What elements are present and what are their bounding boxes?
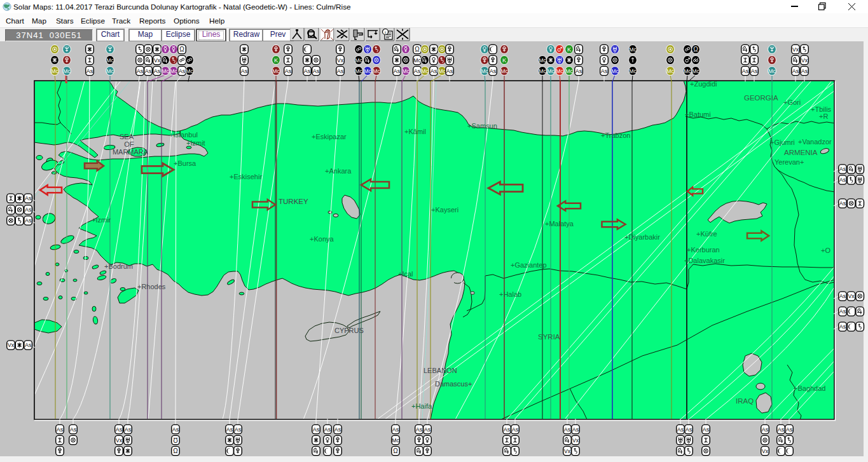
svg-text:K: K: [502, 57, 507, 64]
svg-text:As: As: [313, 68, 320, 74]
svg-text:IRAQ: IRAQ: [736, 397, 754, 405]
svg-text:+Ical: +Ical: [398, 270, 413, 278]
svg-text:CYPRUS: CYPRUS: [334, 327, 364, 334]
svg-text:As: As: [424, 426, 431, 433]
svg-text:As: As: [324, 426, 331, 433]
svg-text:+Izmit: +Izmit: [186, 139, 205, 147]
svg-text:As: As: [414, 68, 421, 74]
svg-text:Vx: Vx: [801, 57, 808, 64]
svg-text:Vx: Vx: [116, 437, 123, 444]
svg-text:As: As: [137, 68, 144, 74]
svg-text:Ω: Ω: [693, 46, 698, 53]
svg-text:MARMARA: MARMARA: [113, 148, 149, 156]
svg-text:As: As: [512, 426, 519, 433]
svg-text:As: As: [677, 426, 684, 433]
svg-text:As: As: [337, 68, 344, 74]
svg-text:TURKEY: TURKEY: [279, 198, 308, 205]
svg-text:Mc: Mc: [364, 68, 371, 74]
svg-text:Mc: Mc: [392, 437, 399, 444]
svg-text:Vx: Vx: [572, 437, 579, 444]
svg-text:+Eskisehir: +Eskisehir: [230, 173, 262, 180]
svg-text:As: As: [25, 342, 32, 348]
svg-text:As: As: [801, 68, 808, 74]
svg-text:+Küfre: +Küfre: [696, 230, 717, 238]
svg-text:Mc: Mc: [556, 68, 563, 74]
svg-text:+Samsun: +Samsun: [467, 122, 497, 130]
svg-text:Vx: Vx: [762, 448, 769, 454]
svg-text:Mc: Mc: [629, 68, 637, 74]
svg-text:Mc: Mc: [402, 68, 410, 74]
svg-text:As: As: [154, 68, 161, 74]
svg-text:Ω: Ω: [173, 437, 178, 444]
svg-text:As: As: [125, 426, 132, 433]
svg-text:As: As: [392, 426, 399, 433]
svg-text:Vx: Vx: [792, 46, 799, 53]
svg-text:Vx: Vx: [564, 448, 571, 454]
svg-text:As: As: [685, 426, 692, 433]
svg-text:As: As: [235, 426, 242, 433]
svg-text:+Bodrum: +Bodrum: [104, 262, 133, 270]
svg-text:+Gaziantep: +Gaziantep: [511, 261, 547, 269]
svg-text:As: As: [416, 426, 423, 433]
svg-text:As: As: [762, 426, 769, 433]
svg-text:As: As: [334, 426, 341, 433]
svg-text:As: As: [86, 68, 93, 74]
svg-text:As: As: [572, 426, 579, 433]
svg-text:As: As: [446, 68, 453, 74]
svg-text:+Istanbul: +Istanbul: [169, 131, 198, 139]
svg-text:As: As: [839, 308, 846, 315]
svg-text:Yerevan+: Yerevan+: [775, 158, 804, 166]
svg-text:OF: OF: [124, 140, 134, 148]
svg-text:Mc: Mc: [611, 68, 619, 74]
svg-text:Mc: Mc: [170, 68, 177, 74]
svg-text:Mc: Mc: [186, 68, 193, 74]
svg-text:Ω: Ω: [415, 46, 420, 53]
svg-text:+Zugdidi: +Zugdidi: [690, 80, 717, 88]
svg-text:As: As: [601, 68, 608, 74]
svg-text:Mc: Mc: [106, 57, 114, 64]
svg-text:As: As: [504, 426, 511, 433]
svg-text:Mc: Mc: [373, 68, 380, 74]
svg-text:Vx: Vx: [154, 57, 161, 64]
svg-text:Mc: Mc: [355, 57, 362, 64]
svg-text:Ω: Ω: [179, 46, 184, 53]
svg-text:+Ankara: +Ankara: [325, 167, 352, 175]
svg-text:+Kayseri: +Kayseri: [431, 206, 458, 214]
svg-text:Damascus+: Damascus+: [435, 380, 472, 388]
svg-text:Mc: Mc: [272, 68, 280, 74]
svg-text:Mc: Mc: [481, 68, 488, 74]
svg-text:Mc: Mc: [162, 68, 169, 74]
svg-text:+Haifa: +Haifa: [411, 402, 432, 410]
svg-text:K: K: [274, 57, 279, 64]
svg-text:GEORGIA: GEORGIA: [744, 94, 778, 102]
svg-text:+O: +O: [821, 247, 830, 254]
svg-text:As: As: [394, 68, 401, 74]
svg-text:i: i: [385, 30, 386, 35]
svg-text:As: As: [751, 68, 758, 74]
svg-text:+Malatya: +Malatya: [545, 220, 574, 228]
svg-text:Vx: Vx: [8, 342, 15, 348]
svg-text:+Vanadzor: +Vanadzor: [798, 138, 832, 146]
svg-text:Mc: Mc: [539, 57, 546, 64]
svg-text:As: As: [25, 207, 32, 213]
svg-text:Mc: Mc: [768, 68, 776, 74]
svg-text:+Batumi: +Batumi: [685, 111, 711, 118]
svg-text:+Dalavakasir: +Dalavakasir: [684, 257, 725, 264]
svg-text:+Bursa: +Bursa: [174, 160, 196, 167]
svg-text:As: As: [703, 426, 710, 433]
svg-text:As: As: [285, 68, 292, 74]
svg-text:As: As: [313, 426, 320, 433]
svg-text:Mc: Mc: [629, 46, 637, 53]
svg-text:SEA: SEA: [120, 133, 134, 140]
svg-text:Mc: Mc: [413, 57, 421, 64]
svg-text:As: As: [241, 68, 248, 74]
svg-text:As: As: [226, 426, 233, 433]
svg-text:As: As: [564, 426, 571, 433]
svg-text:Vx: Vx: [337, 57, 344, 64]
svg-text:As: As: [70, 426, 77, 433]
svg-text:Mc: Mc: [692, 68, 699, 74]
svg-text:Mc: Mc: [355, 68, 362, 74]
svg-text:Mc: Mc: [565, 68, 573, 74]
svg-text:As: As: [839, 200, 846, 207]
svg-text:As: As: [57, 426, 64, 433]
